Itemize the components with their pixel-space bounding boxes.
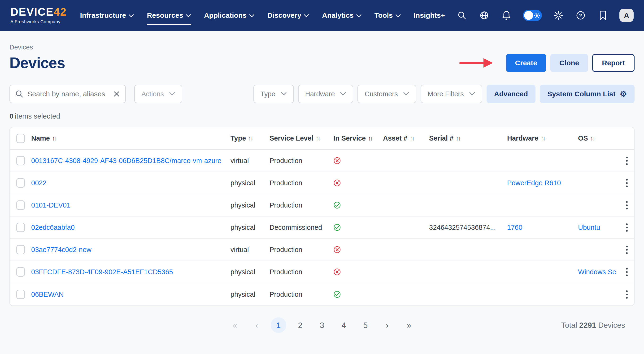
device-name-link[interactable]: 03ae7774c0d2-new [31, 246, 230, 254]
annotation-arrow [459, 58, 493, 68]
device-type-cell: physical [230, 201, 270, 209]
clone-button[interactable]: Clone [550, 54, 588, 72]
row-menu-icon[interactable] [620, 223, 634, 232]
select-all-checkbox[interactable] [16, 134, 25, 143]
help-icon[interactable]: ? [575, 10, 586, 21]
nav-item-insights[interactable]: Insights+ [414, 11, 445, 20]
service-level-cell: Production [270, 157, 333, 165]
sort-icon[interactable]: ↑↓ [590, 135, 594, 142]
pagination-next[interactable]: › [380, 317, 395, 333]
report-button[interactable]: Report [592, 54, 634, 72]
filter-hardware-dropdown[interactable]: Hardware [298, 85, 354, 103]
hardware-link[interactable]: PowerEdge R610 [507, 179, 578, 187]
row-menu-icon[interactable] [620, 268, 634, 276]
column-header-name[interactable]: Name↑↓ [31, 134, 230, 142]
pagination-page-3[interactable]: 3 [314, 317, 330, 333]
in-service-status-icon [333, 201, 341, 209]
in-service-no-icon [333, 179, 341, 187]
bookmark-icon[interactable] [597, 10, 608, 21]
row-checkbox[interactable] [16, 223, 25, 232]
filter-type-dropdown[interactable]: Type [254, 85, 294, 103]
table-row: 06BEWAN physical Production [10, 283, 634, 305]
sort-icon[interactable]: ↑↓ [410, 135, 414, 142]
row-checkbox[interactable] [16, 245, 25, 254]
table-row: 0101-DEV01 physical Production [10, 194, 634, 216]
device-name-link[interactable]: 06BEWAN [31, 291, 230, 298]
pagination-page-1[interactable]: 1 [271, 317, 286, 333]
actions-label: Actions [142, 90, 164, 98]
search-field[interactable] [10, 85, 126, 103]
os-link[interactable]: Ubuntu [578, 224, 620, 231]
row-menu-icon[interactable] [620, 201, 634, 209]
filter-more-filters-dropdown[interactable]: More Filters [420, 85, 482, 103]
sort-icon[interactable]: ↑↓ [316, 135, 320, 142]
toggle-knob [524, 11, 533, 20]
chevron-down-icon [304, 14, 309, 18]
create-button[interactable]: Create [506, 54, 546, 72]
sort-icon[interactable]: ↑↓ [248, 135, 253, 142]
pagination-page-4[interactable]: 4 [336, 317, 352, 333]
chevron-down-icon [469, 92, 475, 96]
in-service-status-icon [333, 179, 341, 187]
column-header-os[interactable]: OS↑↓ [578, 134, 620, 142]
row-checkbox[interactable] [16, 178, 25, 188]
row-checkbox[interactable] [16, 290, 25, 299]
table-row: 03FFCDFE-873D-4F09-902E-A51EF1CD5365 phy… [10, 261, 634, 283]
table-row: 02edc6aabfa0 physical Decommissioned 324… [10, 216, 634, 239]
advanced-button[interactable]: Advanced [486, 85, 536, 103]
pagination-first[interactable]: « [227, 317, 243, 333]
column-header-serial[interactable]: Serial #↑↓ [429, 134, 507, 142]
filter-customers-dropdown[interactable]: Customers [358, 85, 416, 103]
nav-item-discovery[interactable]: Discovery [268, 11, 309, 20]
pagination-prev[interactable]: ‹ [249, 317, 264, 333]
filter-label: Type [260, 90, 276, 98]
row-checkbox[interactable] [16, 156, 25, 165]
search-icon [15, 90, 24, 98]
device-name-link[interactable]: 0013167C-4308-4929-AF43-06D6B25D1B8C/mar… [31, 157, 230, 165]
search-input[interactable] [28, 90, 109, 98]
pagination-page-5[interactable]: 5 [358, 317, 373, 333]
sort-icon[interactable]: ↑↓ [52, 135, 56, 142]
sort-icon[interactable]: ↑↓ [368, 135, 372, 142]
column-header-asset[interactable]: Asset #↑↓ [383, 134, 429, 142]
row-menu-icon[interactable] [620, 179, 634, 187]
device-name-link[interactable]: 03FFCDFE-873D-4F09-902E-A51EF1CD5365 [31, 268, 230, 276]
device-name-link[interactable]: 02edc6aabfa0 [31, 224, 230, 231]
nav-item-applications[interactable]: Applications [204, 11, 254, 20]
device42-logo[interactable]: DEVICE 42 A Freshworks Company [10, 7, 67, 24]
os-link[interactable]: Windows Se [578, 268, 620, 276]
column-header-hardware[interactable]: Hardware↑↓ [507, 134, 578, 142]
sort-icon[interactable]: ↑↓ [456, 135, 460, 142]
hardware-link[interactable]: 1760 [507, 224, 578, 231]
user-avatar[interactable]: A [620, 9, 634, 22]
nav-item-tools[interactable]: Tools [374, 11, 401, 20]
device-type-cell: physical [230, 224, 270, 231]
gear-icon[interactable] [553, 10, 564, 21]
device-name-link[interactable]: 0022 [31, 179, 230, 187]
nav-item-infrastructure[interactable]: Infrastructure [80, 11, 134, 20]
clear-search-icon[interactable] [113, 90, 120, 98]
globe-icon[interactable] [478, 10, 490, 21]
row-menu-icon[interactable] [620, 246, 634, 254]
breadcrumb[interactable]: Devices [10, 44, 634, 51]
row-checkbox[interactable] [16, 267, 25, 277]
column-header-service-level[interactable]: Service Level↑↓ [270, 134, 333, 142]
devices-table: Name↑↓ Type↑↓ Service Level↑↓ In Service… [10, 127, 634, 306]
search-icon[interactable] [456, 10, 468, 21]
pagination-last[interactable]: » [401, 317, 417, 333]
in-service-no-icon [333, 246, 341, 253]
pagination-page-2[interactable]: 2 [292, 317, 308, 333]
nav-item-analytics[interactable]: Analytics [322, 11, 362, 20]
system-column-list-button[interactable]: System Column List ⚙ [540, 85, 634, 103]
nav-item-resources[interactable]: Resources [147, 11, 191, 20]
actions-dropdown[interactable]: Actions [134, 85, 182, 103]
bell-icon[interactable] [501, 10, 512, 21]
sort-icon[interactable]: ↑↓ [541, 135, 545, 142]
row-menu-icon[interactable] [620, 157, 634, 165]
column-header-in-service[interactable]: In Service↑↓ [333, 134, 383, 142]
device-name-link[interactable]: 0101-DEV01 [31, 201, 230, 209]
column-header-type[interactable]: Type↑↓ [230, 134, 270, 142]
row-checkbox[interactable] [16, 200, 25, 210]
row-menu-icon[interactable] [620, 290, 634, 299]
theme-toggle[interactable] [523, 10, 542, 21]
